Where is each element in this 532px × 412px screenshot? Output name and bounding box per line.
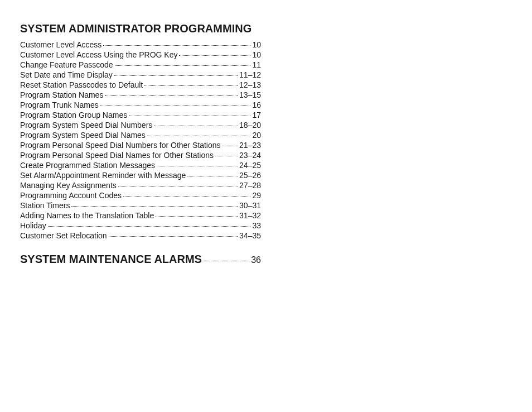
toc-title: Adding Names to the Translation Table bbox=[20, 210, 154, 221]
toc-title: Customer Level Access bbox=[20, 40, 101, 50]
toc-leader bbox=[114, 75, 238, 76]
toc-leader bbox=[223, 146, 238, 146]
toc-leader bbox=[109, 236, 238, 237]
toc-page: 13–15 bbox=[239, 90, 261, 100]
toc-leader bbox=[156, 216, 238, 217]
toc-entry: Program System Speed Dial Names 20 bbox=[20, 130, 261, 140]
toc-leader bbox=[215, 156, 238, 156]
toc-title: Program Station Names bbox=[20, 90, 103, 100]
toc-title: Holiday bbox=[20, 221, 46, 231]
toc-leader bbox=[187, 176, 238, 176]
toc-entry: Programming Account Codes 29 bbox=[20, 190, 261, 200]
toc-page: 31–32 bbox=[239, 210, 261, 221]
toc-leader bbox=[147, 136, 251, 136]
toc-leader bbox=[103, 45, 250, 46]
toc-leader bbox=[204, 261, 249, 261]
toc-title: Customer Level Access Using the PROG Key bbox=[20, 50, 177, 60]
toc-title: Set Date and Time Display bbox=[20, 70, 113, 80]
toc-entry: Customer Level Access 10 bbox=[20, 40, 261, 50]
toc-entry: Customer Set Relocation 34–35 bbox=[20, 231, 261, 241]
toc-leader bbox=[179, 55, 250, 56]
toc-title: Program Station Group Names bbox=[20, 110, 127, 120]
toc-title: Change Feature Passcode bbox=[20, 60, 113, 70]
toc-heading-entry: SYSTEM MAINTENANCE ALARMS 36 bbox=[20, 253, 261, 266]
toc-title: Program Personal Speed Dial Numbers for … bbox=[20, 140, 221, 150]
toc-leader bbox=[115, 65, 251, 66]
toc-entry: Managing Key Assignments 27–28 bbox=[20, 180, 261, 190]
toc-leader bbox=[71, 206, 238, 207]
toc-page: 30–31 bbox=[239, 200, 261, 210]
toc-title: Set Alarm/Appointment Reminder with Mess… bbox=[20, 170, 186, 180]
toc-page: 21–23 bbox=[239, 140, 261, 150]
toc-leader bbox=[157, 166, 238, 166]
toc-page: 18–20 bbox=[239, 120, 261, 130]
toc-page: 11–12 bbox=[239, 70, 261, 80]
toc-page: 24–25 bbox=[239, 160, 261, 170]
toc-title: Program System Speed Dial Numbers bbox=[20, 120, 152, 130]
toc-entry: Create Programmed Station Messages 24–25 bbox=[20, 160, 261, 170]
toc-title: Programming Account Codes bbox=[20, 190, 122, 200]
section-heading: SYSTEM ADMINISTRATOR PROGRAMMING bbox=[20, 22, 512, 35]
toc-entry: Set Date and Time Display 11–12 bbox=[20, 70, 261, 80]
section-heading: SYSTEM MAINTENANCE ALARMS bbox=[20, 253, 202, 266]
toc-leader bbox=[154, 126, 238, 126]
toc-leader bbox=[123, 196, 250, 197]
toc-title: Station Timers bbox=[20, 200, 70, 210]
toc-page: 10 bbox=[252, 40, 261, 50]
toc-title: Reset Station Passcodes to Default bbox=[20, 80, 143, 90]
toc-page: 34–35 bbox=[239, 231, 261, 241]
toc-page: 27–28 bbox=[239, 180, 261, 190]
toc-entry: Program Station Group Names 17 bbox=[20, 110, 261, 120]
toc-entry: Reset Station Passcodes to Default 12–13 bbox=[20, 80, 261, 90]
toc-entry: Change Feature Passcode 11 bbox=[20, 60, 261, 70]
toc-leader bbox=[118, 186, 238, 186]
toc-page: 10 bbox=[252, 50, 261, 60]
toc-page: SYSTEM ADMINISTRATOR PROGRAMMING Custome… bbox=[0, 0, 532, 298]
toc-page: 23–24 bbox=[239, 150, 261, 160]
toc-entry: Holiday 33 bbox=[20, 221, 261, 231]
toc-entry: Station Timers 30–31 bbox=[20, 200, 261, 210]
toc-entry: Customer Level Access Using the PROG Key… bbox=[20, 50, 261, 60]
toc-entry: Program Station Names 13–15 bbox=[20, 90, 261, 100]
toc-page: 25–26 bbox=[239, 170, 261, 180]
toc-title: Program Personal Speed Dial Names for Ot… bbox=[20, 150, 214, 160]
toc-title: Program Trunk Names bbox=[20, 100, 99, 110]
toc-page: 16 bbox=[252, 100, 261, 110]
toc-section: SYSTEM MAINTENANCE ALARMS 36 bbox=[20, 253, 512, 266]
toc-leader bbox=[105, 95, 238, 96]
toc-title: Create Programmed Station Messages bbox=[20, 160, 155, 170]
toc-page: 17 bbox=[252, 110, 261, 120]
toc-leader bbox=[100, 106, 251, 106]
toc-leader bbox=[144, 85, 238, 86]
toc-entry: Program Personal Speed Dial Numbers for … bbox=[20, 140, 261, 150]
toc-page: 12–13 bbox=[239, 80, 261, 90]
toc-leader bbox=[129, 116, 250, 116]
toc-entry: Set Alarm/Appointment Reminder with Mess… bbox=[20, 170, 261, 180]
toc-title: Program System Speed Dial Names bbox=[20, 130, 146, 140]
toc-page: 11 bbox=[252, 60, 261, 70]
toc-entry: Program Trunk Names 16 bbox=[20, 100, 261, 110]
toc-page: 36 bbox=[251, 255, 261, 265]
toc-page: 29 bbox=[252, 190, 261, 200]
toc-section: SYSTEM ADMINISTRATOR PROGRAMMING Custome… bbox=[20, 22, 512, 241]
toc-entry: Adding Names to the Translation Table 31… bbox=[20, 210, 261, 221]
toc-page: 20 bbox=[252, 130, 261, 140]
toc-title: Customer Set Relocation bbox=[20, 231, 107, 241]
toc-leader bbox=[48, 226, 251, 227]
toc-title: Managing Key Assignments bbox=[20, 180, 117, 190]
toc-page: 33 bbox=[252, 221, 261, 231]
toc-entry: Program System Speed Dial Numbers 18–20 bbox=[20, 120, 261, 130]
toc-entry: Program Personal Speed Dial Names for Ot… bbox=[20, 150, 261, 160]
